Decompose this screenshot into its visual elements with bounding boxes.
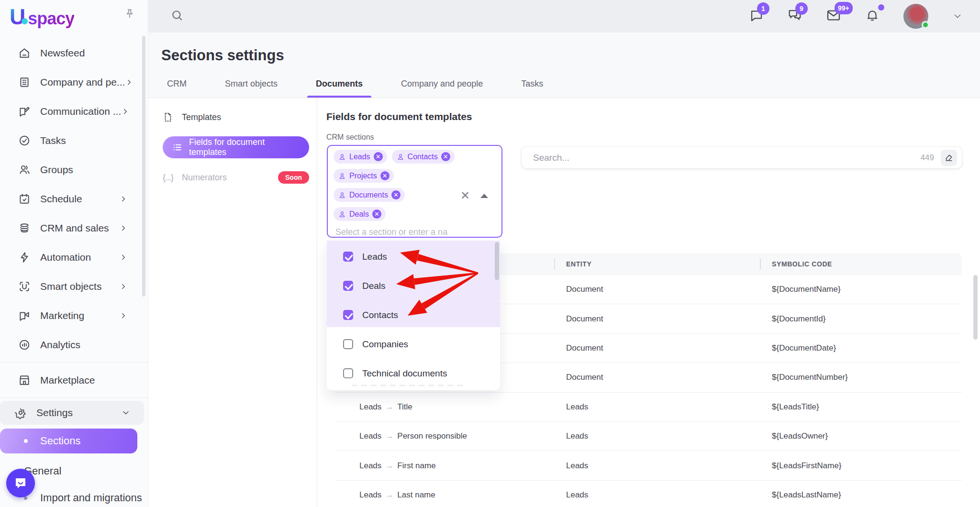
table-row[interactable]: Leads→First name Leads ${LeadsFirstName}: [335, 451, 962, 480]
table-row[interactable]: Leads→Person responsible Leads ${LeadsOw…: [335, 422, 962, 451]
sidebar-item-label: Communication ...: [40, 106, 121, 117]
support-chat-button[interactable]: [6, 469, 35, 497]
page-scrollbar[interactable]: [973, 275, 978, 340]
field-label: Last name: [397, 490, 435, 500]
tag-label: Contacts: [408, 153, 438, 161]
tag-label: Projects: [349, 172, 377, 180]
sidebar-item-label: Automation: [40, 252, 91, 263]
option-leads[interactable]: Leads: [327, 242, 500, 271]
tab-documents[interactable]: Documents: [310, 72, 368, 98]
entity-cell: Leads: [566, 422, 588, 451]
checkbox-checked-icon[interactable]: [343, 310, 353, 320]
pin-sidebar-icon[interactable]: [123, 8, 136, 22]
tag-contacts: Contacts ✕: [392, 150, 455, 164]
option-companies[interactable]: Companies: [327, 330, 500, 359]
subnav-item-label: Fields for document templates: [189, 137, 300, 157]
person-icon: [338, 191, 346, 199]
sidebar-item-newsfeed[interactable]: Newsfeed: [0, 38, 148, 67]
remove-tag-icon[interactable]: ✕: [391, 190, 401, 199]
dropdown-scrollbar[interactable]: [495, 242, 499, 280]
tab-crm[interactable]: CRM: [161, 72, 192, 98]
users-icon: [18, 164, 31, 176]
collapse-caret-icon[interactable]: [480, 194, 488, 198]
sidebar-item-company-and-people[interactable]: Company and pe...: [0, 67, 148, 97]
tab-smart-objects[interactable]: Smart objects: [219, 72, 283, 98]
option-contacts[interactable]: Contacts: [327, 300, 500, 330]
code-cell: ${DocumentDate}: [772, 334, 836, 363]
checkbox-checked-icon[interactable]: [343, 252, 353, 262]
chat-icon[interactable]: 1: [749, 8, 764, 24]
uspacy-logo[interactable]: U spacy: [10, 4, 74, 30]
subnav-item-numerators[interactable]: {...} Numerators Soon: [163, 165, 309, 190]
code-cell: ${LeadsLastName}: [772, 481, 841, 507]
option-label: Contacts: [362, 310, 398, 320]
profile-chevron-down-icon[interactable]: [952, 11, 963, 22]
code-cell: ${DocumentNumber}: [772, 363, 848, 392]
chevron-right-icon: [119, 282, 128, 291]
arrow-glyph: →: [385, 402, 393, 412]
sidebar-item-communication[interactable]: Communication ...: [0, 97, 148, 126]
page-title: Sections settings: [161, 47, 284, 64]
sidebar-item-marketing[interactable]: Marketing: [0, 301, 148, 330]
checkbox-unchecked-icon[interactable]: [343, 339, 353, 349]
table-row[interactable]: Leads→Last name Leads ${LeadsLastName}: [335, 481, 962, 507]
section-search-input[interactable]: [335, 227, 469, 237]
code-cell: ${LeadsTitle}: [772, 393, 819, 421]
sidebar-divider: [0, 362, 148, 363]
sidebar-item-sections[interactable]: Sections: [0, 429, 137, 453]
column-separator: [760, 258, 761, 270]
remove-tag-icon[interactable]: ✕: [374, 152, 383, 161]
sidebar-item-smart-objects[interactable]: Smart objects: [0, 272, 148, 301]
tab-company-and-people[interactable]: Company and people: [395, 72, 489, 98]
avatar[interactable]: [903, 4, 928, 29]
database-icon: [18, 222, 31, 234]
sidebar-item-label: Smart objects: [40, 281, 101, 292]
mail-icon[interactable]: 99+: [826, 8, 841, 25]
tag-documents: Documents ✕: [334, 188, 405, 202]
remove-tag-icon[interactable]: ✕: [372, 209, 381, 219]
remove-tag-icon[interactable]: ✕: [441, 152, 450, 161]
tab-tasks[interactable]: Tasks: [515, 72, 549, 98]
file-icon: [163, 112, 173, 122]
sidebar-item-automation[interactable]: Automation: [0, 242, 148, 272]
subnav-item-templates[interactable]: Templates: [163, 105, 309, 130]
search-icon[interactable]: [170, 9, 184, 24]
sidebar-item-tasks[interactable]: Tasks: [0, 126, 148, 155]
field-label: Person responsible: [397, 431, 467, 441]
sidebar-item-crm-and-sales[interactable]: CRM and sales: [0, 213, 148, 242]
search-input[interactable]: [533, 153, 921, 163]
option-label: Deals: [362, 281, 386, 291]
analytics-icon: [18, 339, 31, 351]
group-chat-icon[interactable]: 9: [788, 8, 802, 24]
sidebar-item-label: Marketing: [40, 310, 84, 321]
remove-tag-icon[interactable]: ✕: [380, 171, 390, 180]
topbar-actions: 1 9 99+: [749, 4, 963, 29]
subnav-item-fields-for-document-templates[interactable]: Fields for document templates: [163, 136, 309, 158]
sidebar-item-label: Schedule: [40, 193, 82, 205]
logo-letter: U: [10, 4, 24, 30]
notification-dot: [878, 4, 884, 11]
code-cell: ${LeadsFirstName}: [772, 451, 842, 480]
person-icon: [338, 153, 346, 161]
sidebar-item-schedule[interactable]: Schedule: [0, 184, 148, 213]
table-row[interactable]: Leads→Title Leads ${LeadsTitle}: [335, 393, 962, 422]
clear-search-button[interactable]: [941, 150, 957, 166]
logo-dot: [22, 18, 28, 24]
option-deals[interactable]: Deals: [327, 271, 500, 300]
sidebar-item-settings[interactable]: Settings: [0, 401, 144, 425]
chat-compose-icon: [18, 105, 31, 118]
panel-heading: Fields for document templates: [326, 111, 472, 122]
chevron-right-icon: [125, 78, 134, 87]
crm-sections-multiselect[interactable]: Leads ✕ Contacts ✕ Projects ✕ Documents …: [327, 145, 502, 238]
sidebar-item-groups[interactable]: Groups: [0, 155, 148, 184]
chevron-right-icon: [119, 253, 128, 262]
sidebar-item-analytics[interactable]: Analytics: [0, 330, 148, 359]
code-cell: ${DocumentName}: [772, 275, 841, 304]
checkbox-checked-icon[interactable]: [343, 281, 353, 291]
clear-all-icon[interactable]: ✕: [460, 190, 470, 201]
sidebar-item-label: Marketplace: [40, 375, 95, 386]
chevron-right-icon: [119, 224, 128, 232]
chevron-right-icon: [121, 107, 130, 116]
notifications-bell-icon[interactable]: [865, 8, 880, 24]
sidebar-item-marketplace[interactable]: Marketplace: [0, 365, 148, 395]
